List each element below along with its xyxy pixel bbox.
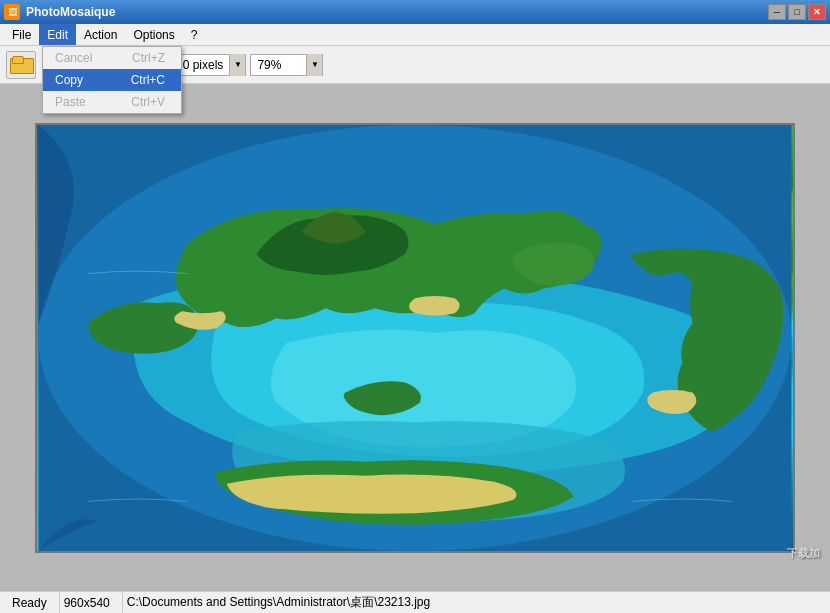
menu-help[interactable]: ? bbox=[183, 24, 206, 45]
edit-dropdown-menu: Cancel Ctrl+Z Copy Ctrl+C Paste Ctrl+V bbox=[42, 46, 182, 114]
open-folder-button[interactable] bbox=[6, 51, 36, 79]
close-button[interactable]: ✕ bbox=[808, 4, 826, 20]
menu-cancel[interactable]: Cancel Ctrl+Z bbox=[43, 47, 181, 69]
minimize-button[interactable]: ─ bbox=[768, 4, 786, 20]
title-left: 🖼 PhotoMosaique bbox=[4, 4, 115, 20]
menu-bar: File Edit Action Options ? Cancel Ctrl+Z… bbox=[0, 24, 830, 46]
zoom-selector[interactable]: 79% ▼ bbox=[250, 54, 323, 76]
zoom-arrow[interactable]: ▼ bbox=[306, 54, 322, 76]
filepath-text: C:\Documents and Settings\Administrator\… bbox=[127, 594, 430, 611]
dimensions-text: 960x540 bbox=[64, 596, 110, 610]
main-image bbox=[37, 125, 793, 551]
app-icon: 🖼 bbox=[4, 4, 20, 20]
status-dimensions: 960x540 bbox=[60, 592, 123, 613]
menu-options[interactable]: Options bbox=[125, 24, 182, 45]
ready-text: Ready bbox=[12, 596, 47, 610]
window-title: PhotoMosaique bbox=[26, 5, 115, 19]
menu-copy[interactable]: Copy Ctrl+C bbox=[43, 69, 181, 91]
menu-edit[interactable]: Edit bbox=[39, 24, 76, 45]
pixel-size-arrow[interactable]: ▼ bbox=[229, 54, 245, 76]
status-filepath: C:\Documents and Settings\Administrator\… bbox=[123, 592, 442, 613]
menu-file[interactable]: File bbox=[4, 24, 39, 45]
folder-icon bbox=[10, 56, 32, 74]
menu-paste[interactable]: Paste Ctrl+V bbox=[43, 91, 181, 113]
window-controls: ─ □ ✕ bbox=[768, 4, 826, 20]
title-bar: 🖼 PhotoMosaique ─ □ ✕ bbox=[0, 0, 830, 24]
zoom-value: 79% bbox=[251, 58, 306, 72]
maximize-button[interactable]: □ bbox=[788, 4, 806, 20]
status-ready: Ready bbox=[8, 592, 60, 613]
image-overlay bbox=[37, 125, 793, 551]
status-bar: Ready 960x540 C:\Documents and Settings\… bbox=[0, 591, 830, 613]
image-canvas bbox=[35, 123, 795, 553]
main-area: 下载加 bbox=[0, 84, 830, 591]
menu-action[interactable]: Action bbox=[76, 24, 125, 45]
